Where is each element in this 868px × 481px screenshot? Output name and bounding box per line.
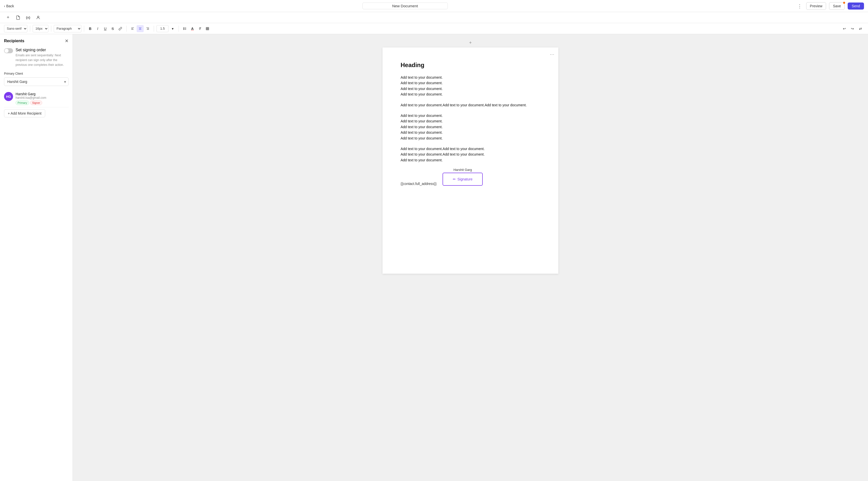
signing-order-toggle[interactable] [4,48,13,53]
table-button[interactable] [204,25,211,32]
document-page: ⋯ Heading Add text to your document. Add… [382,48,558,274]
contact-field: {{contact.full_address}} [401,182,436,186]
more-options-button[interactable]: ⋮ [796,2,803,10]
recipient-name: Harshit Garg [16,92,68,96]
font-size-section: 16px [33,25,49,32]
unsaved-indicator [843,2,845,4]
icon-toolbar: + {x} [0,12,868,23]
align-right-button[interactable] [144,25,151,32]
header-right: ⋮ Preview Save Send [796,2,864,10]
toggle-slider [4,48,13,53]
align-left-button[interactable] [129,25,136,32]
line-height-input[interactable] [156,25,168,32]
recipient-info: Harshit Garg harshit.tsa@gmail.com Prima… [16,92,68,105]
recipients-sidebar: Recipients ✕ Set signing order Emails ar… [0,34,73,481]
divider-2 [51,26,51,32]
main-layout: Recipients ✕ Set signing order Emails ar… [0,34,868,481]
font-family-select[interactable]: Sans-serif [4,25,27,32]
signature-signer-name: Harshit Garg [453,168,472,172]
bold-button[interactable]: B [87,25,94,32]
line-height-chevron[interactable]: ▾ [169,25,176,32]
align-left-icon [131,27,134,30]
primary-tag: Primary [16,100,29,105]
special-chars-button[interactable]: ⇄ [857,25,864,32]
variable-icon-button[interactable]: {x} [24,13,32,22]
document-content-area: + ⋯ Heading Add text to your document. A… [73,34,868,481]
paragraph-style-select[interactable]: Paragraph [54,25,82,32]
recipient-email: harshit.tsa@gmail.com [16,96,68,99]
divider-6 [179,26,179,32]
align-center-icon [138,27,142,30]
document-icon-button[interactable] [14,13,22,22]
recipient-item: HG Harshit Garg harshit.tsa@gmail.com Pr… [4,90,68,107]
save-label: Save [833,4,841,8]
document-paragraph-3: Add text to your document. Add text to y… [401,113,540,141]
doc-icon [16,15,20,20]
close-sidebar-button[interactable]: ✕ [65,38,68,44]
toolbar-right: ↩ ↪ ⇄ [841,25,864,32]
sidebar-title: Recipients [4,39,24,43]
align-center-button[interactable] [136,25,144,32]
preview-button[interactable]: Preview [806,2,826,10]
user-icon [36,15,40,20]
list-icon [183,27,187,30]
svg-point-14 [183,28,184,29]
divider-5 [154,26,154,32]
send-button[interactable]: Send [848,2,864,9]
signature-label: Signature [457,177,472,181]
signing-order-text: Set signing order Emails are sent sequen… [16,48,68,67]
back-label: Back [6,4,14,8]
document-heading: Heading [401,62,540,69]
doc-add-row: + [469,40,472,46]
highlight-button[interactable]: T [196,25,204,32]
list-color-section: A T [181,25,211,32]
signing-order-row: Set signing order Emails are sent sequen… [4,48,68,67]
line-height-section: ▾ [156,25,176,32]
font-color-button[interactable]: A [189,25,196,32]
redo-button[interactable]: ↪ [849,25,856,32]
user-icon-button[interactable] [34,13,42,22]
font-family-section: Sans-serif [4,25,27,32]
sidebar-header: Recipients ✕ [4,38,68,44]
header: ‹ Back ⋮ Preview Save Send [0,0,868,12]
primary-client-section: Primary Client Harshit Garg ▾ [4,72,68,86]
align-right-icon [146,27,149,30]
recipient-tags: Primary Signer [16,100,68,105]
svg-point-0 [37,16,39,18]
recipient-avatar: HG [4,92,13,101]
client-select-wrapper: Harshit Garg ▾ [4,78,68,86]
formatting-toolbar: Sans-serif 16px Paragraph B I U S ▾ [0,23,868,34]
document-more-button[interactable]: ⋯ [550,52,554,57]
undo-button[interactable]: ↩ [841,25,848,32]
document-title-input[interactable] [363,2,448,9]
back-button[interactable]: ‹ Back [4,4,14,8]
primary-client-select[interactable]: Harshit Garg [4,78,68,86]
svg-rect-16 [206,27,209,30]
header-center [14,2,796,9]
primary-client-label: Primary Client [4,72,68,76]
svg-point-15 [183,29,184,30]
signing-order-description: Emails are sent sequentially: Next recip… [16,54,64,67]
signer-tag: Signer [30,100,42,105]
signature-block: Harshit Garg ✏ Signature [442,168,483,186]
signature-box[interactable]: ✏ Signature [442,173,483,186]
link-button[interactable] [117,25,124,32]
add-element-button[interactable]: + [4,13,12,22]
signing-order-label: Set signing order [16,48,68,52]
list-button[interactable] [181,25,188,32]
add-above-button[interactable]: + [469,40,472,46]
signature-section: {{contact.full_address}} Harshit Garg ✏ … [401,168,540,186]
save-button[interactable]: Save [829,2,845,10]
align-section [129,25,151,32]
italic-button[interactable]: I [94,25,101,32]
divider-4 [126,26,127,32]
svg-point-13 [183,27,184,28]
strikethrough-button[interactable]: S [109,25,116,32]
link-icon [119,27,122,30]
header-left: ‹ Back [4,4,14,8]
paragraph-style-section: Paragraph [54,25,82,32]
add-more-recipient-button[interactable]: + Add More Recipient [4,109,45,117]
underline-button[interactable]: U [102,25,109,32]
font-size-select[interactable]: 16px [33,25,49,32]
divider-3 [84,26,84,32]
